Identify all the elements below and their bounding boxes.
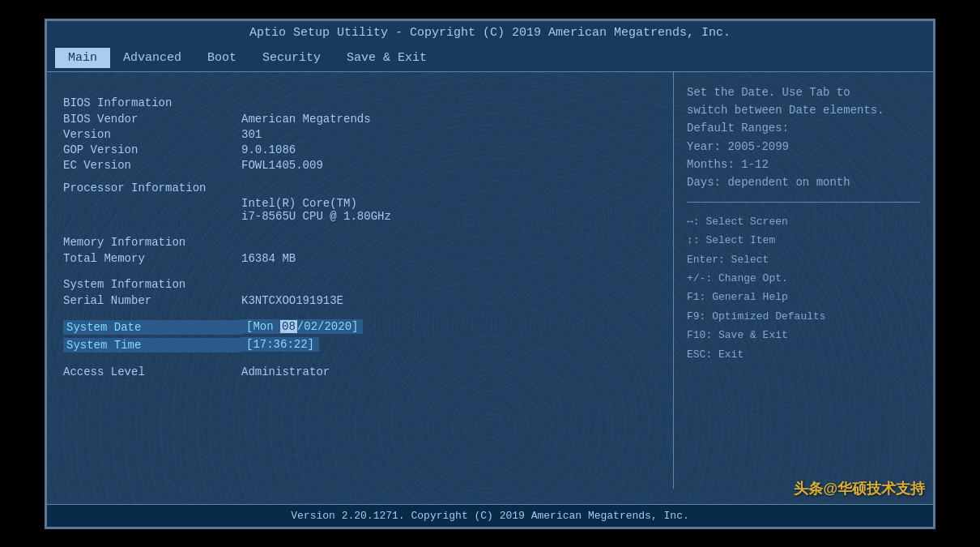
help-divider (687, 202, 920, 203)
menu-advanced[interactable]: Advanced (110, 48, 194, 68)
shortcuts-section: ↔: Select Screen ↕: Select Item Enter: S… (687, 212, 920, 364)
menu-bar: Main Advanced Boot Security Save & Exit (47, 45, 933, 72)
bios-version-row: Version 301 (63, 128, 657, 141)
menu-boot[interactable]: Boot (194, 48, 249, 68)
processor-info-title: Processor Information (63, 182, 657, 194)
system-time-row[interactable]: System Time [17:36:22] (63, 338, 657, 353)
watermark: 头条@华硕技术支持 (794, 479, 925, 498)
title-text: Aptio Setup Utility - Copyright (C) 2019… (249, 26, 731, 40)
total-memory-row: Total Memory 16384 MB (63, 252, 657, 265)
footer-text: Version 2.20.1271. Copyright (C) 2019 Am… (291, 510, 688, 522)
main-panel: BIOS Information BIOS Vendor American Me… (47, 72, 674, 489)
system-info-section: System Information Serial Number K3NTCXO… (63, 278, 657, 307)
shortcut-change-opt: +/-: Change Opt. (687, 269, 920, 288)
access-level-row: Access Level Administrator (63, 365, 657, 378)
memory-info-section: Memory Information Total Memory 16384 MB (63, 236, 657, 265)
ec-version-label: EC Version (63, 159, 241, 172)
access-level-value: Administrator (241, 365, 330, 378)
help-line4: Year: 2005-2099 (687, 138, 920, 156)
menu-security[interactable]: Security (249, 48, 334, 68)
datetime-section: System Date [Mon 08/02/2020] System Time… (63, 320, 657, 353)
gop-version-value: 9.0.1086 (241, 143, 296, 156)
serial-number-value: K3NTCXOO191913E (241, 294, 343, 307)
processor-value-line1: Intel(R) Core(TM) i7-8565U CPU @ 1.80GHz (241, 197, 391, 223)
bios-info-title: BIOS Information (63, 96, 657, 109)
help-line3: Default Ranges: (687, 119, 920, 137)
title-bar: Aptio Setup Utility - Copyright (C) 2019… (47, 21, 933, 45)
total-memory-label: Total Memory (63, 252, 241, 265)
gop-version-label: GOP Version (63, 143, 241, 156)
serial-number-label: Serial Number (63, 294, 241, 307)
memory-info-title: Memory Information (63, 236, 657, 249)
bios-vendor-label: BIOS Vendor (63, 113, 241, 126)
shortcut-f10: F10: Save & Exit (687, 326, 920, 344)
content-area: BIOS Information BIOS Vendor American Me… (47, 72, 933, 489)
shortcut-f1: F1: General Help (687, 288, 920, 306)
system-time-value: [17:36:22] (241, 338, 319, 353)
menu-save-exit[interactable]: Save & Exit (334, 48, 440, 68)
access-level-label: Access Level (63, 365, 241, 378)
serial-number-row: Serial Number K3NTCXOO191913E (63, 294, 657, 307)
shortcut-f9: F9: Optimized Defaults (687, 307, 920, 326)
footer-bar: Version 2.20.1271. Copyright (C) 2019 Am… (47, 504, 933, 527)
total-memory-value: 16384 MB (241, 252, 296, 265)
shortcut-select-screen: ↔: Select Screen (687, 212, 920, 231)
help-text: Set the Date. Use Tab to switch between … (687, 83, 920, 192)
system-date-value: [Mon 08/02/2020] (241, 320, 363, 335)
help-line6: Days: dependent on month (687, 173, 920, 191)
help-line2: switch between Date elements. (687, 101, 920, 119)
ec-version-row: EC Version FOWL1405.009 (63, 159, 657, 172)
access-level-section: Access Level Administrator (63, 365, 657, 378)
processor-row: Intel(R) Core(TM) i7-8565U CPU @ 1.80GHz (63, 197, 657, 223)
gop-version-row: GOP Version 9.0.1086 (63, 143, 657, 156)
shortcut-select-item: ↕: Select Item (687, 231, 920, 250)
bios-version-value: 301 (241, 128, 262, 141)
bios-vendor-value: American Megatrends (241, 113, 371, 126)
help-line5: Months: 1-12 (687, 156, 920, 173)
system-info-title: System Information (63, 278, 657, 291)
right-panel: Set the Date. Use Tab to switch between … (674, 72, 933, 489)
system-date-label: System Date (63, 320, 241, 335)
shortcut-esc: ESC: Exit (687, 345, 920, 364)
menu-main[interactable]: Main (55, 48, 110, 68)
bios-vendor-row: BIOS Vendor American Megatrends (63, 113, 657, 126)
system-time-label: System Time (63, 338, 241, 353)
help-line1: Set the Date. Use Tab to (687, 83, 920, 101)
ec-version-value: FOWL1405.009 (241, 159, 323, 172)
system-date-row[interactable]: System Date [Mon 08/02/2020] (63, 320, 657, 335)
shortcut-enter: Enter: Select (687, 250, 920, 269)
bios-version-label: Version (63, 128, 241, 141)
